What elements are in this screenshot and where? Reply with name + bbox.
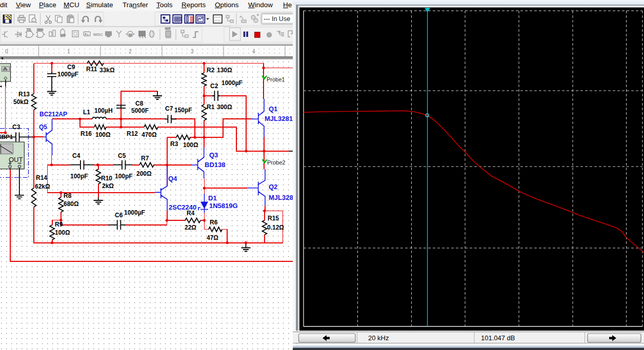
svg-text:200Ω: 200Ω — [136, 170, 152, 177]
svg-text:Probe2: Probe2 — [267, 159, 285, 166]
svg-text:Q2: Q2 — [269, 183, 277, 191]
svg-text:1: 1 — [67, 49, 70, 54]
svg-text:Probe1: Probe1 — [267, 76, 285, 83]
svg-text:101.047 dB: 101.047 dB — [481, 334, 515, 342]
svg-text:R2: R2 — [207, 67, 215, 74]
svg-text:22Ω: 22Ω — [185, 224, 196, 231]
svg-text:1000µF: 1000µF — [57, 71, 78, 78]
svg-text:R11: R11 — [86, 66, 97, 73]
svg-text:OUT: OUT — [9, 156, 23, 163]
svg-text:C4: C4 — [72, 152, 80, 159]
svg-text:0.12Ω: 0.12Ω — [267, 224, 284, 231]
svg-text:100pF: 100pF — [115, 173, 133, 180]
svg-text:0: 0 — [5, 49, 8, 54]
svg-text:100Ω: 100Ω — [183, 141, 198, 149]
svg-text:50kΩ: 50kΩ — [13, 98, 29, 106]
svg-text:R6: R6 — [210, 219, 218, 226]
svg-text:MCU: MCU — [165, 27, 171, 30]
svg-text:1N5819G: 1N5819G — [209, 202, 238, 210]
svg-text:R12: R12 — [127, 130, 138, 137]
svg-text:3: 3 — [191, 49, 194, 54]
svg-text:C8: C8 — [135, 100, 144, 107]
svg-text:D1: D1 — [208, 194, 217, 202]
svg-text:470Ω: 470Ω — [142, 131, 157, 138]
svg-text:C5: C5 — [118, 152, 126, 159]
svg-text:R8: R8 — [64, 192, 72, 199]
svg-text:100µH: 100µH — [94, 107, 113, 114]
svg-text:2SC2240: 2SC2240 — [169, 203, 196, 211]
svg-text:Q4: Q4 — [168, 175, 177, 182]
svg-text:C6: C6 — [115, 212, 123, 219]
svg-text:R10: R10 — [101, 175, 112, 182]
svg-text:2: 2 — [129, 49, 132, 54]
svg-text:62kΩ: 62kΩ — [35, 183, 50, 190]
svg-text:0Ψ: 0Ψ — [61, 34, 66, 37]
svg-text:20 kHz: 20 kHz — [368, 334, 389, 342]
svg-text:R16: R16 — [80, 130, 92, 137]
svg-text:150pF: 150pF — [174, 107, 192, 114]
svg-text:100Ω: 100Ω — [95, 131, 111, 138]
svg-text:BD138: BD138 — [205, 161, 225, 169]
svg-text:33kΩ: 33kΩ — [99, 67, 115, 74]
svg-text:680Ω: 680Ω — [64, 200, 79, 208]
svg-text:300Ω: 300Ω — [217, 104, 232, 111]
svg-text:Q5: Q5 — [39, 123, 47, 131]
svg-text:1: 1 — [1, 56, 4, 59]
svg-text:R7: R7 — [141, 155, 149, 162]
svg-text:47Ω: 47Ω — [207, 234, 218, 241]
svg-text:R14: R14 — [36, 174, 47, 181]
svg-text:--- In Use: --- In Use — [264, 15, 290, 23]
svg-text:M: M — [129, 33, 132, 37]
svg-text:+ -: + - — [85, 33, 88, 36]
svg-text:R3: R3 — [170, 140, 178, 148]
svg-text:MJL3281: MJL3281 — [265, 115, 293, 122]
svg-text:BC212AP: BC212AP — [39, 111, 67, 118]
svg-text:100pF: 100pF — [70, 173, 88, 180]
svg-text:2kΩ: 2kΩ — [102, 182, 114, 190]
svg-text:R13: R13 — [18, 91, 30, 98]
svg-text:130Ω: 130Ω — [217, 67, 232, 74]
svg-text:C9: C9 — [67, 64, 75, 71]
svg-text:R15: R15 — [268, 215, 279, 222]
svg-text:C3: C3 — [12, 123, 21, 131]
svg-text:5000F: 5000F — [131, 107, 149, 114]
svg-text:Q1: Q1 — [269, 105, 277, 113]
svg-text:R1: R1 — [207, 104, 215, 111]
svg-text:4: 4 — [252, 49, 255, 54]
svg-text:R9: R9 — [55, 221, 63, 228]
svg-text:MJL3281: MJL3281 — [269, 194, 296, 201]
svg-text:100Ω: 100Ω — [55, 229, 70, 236]
svg-text:CMOS: CMOS — [37, 29, 43, 32]
svg-text:C7: C7 — [165, 105, 173, 112]
svg-text:1000µF: 1000µF — [222, 79, 243, 87]
svg-text:1000µF: 1000µF — [124, 209, 145, 216]
svg-text:Q3: Q3 — [209, 151, 218, 159]
svg-text:L1: L1 — [83, 109, 90, 116]
svg-text:XBP1: XBP1 — [0, 134, 13, 140]
svg-text:MISC: MISC — [93, 32, 103, 37]
svg-text:C2: C2 — [210, 83, 218, 90]
svg-text:TTL: TTL — [27, 29, 31, 32]
